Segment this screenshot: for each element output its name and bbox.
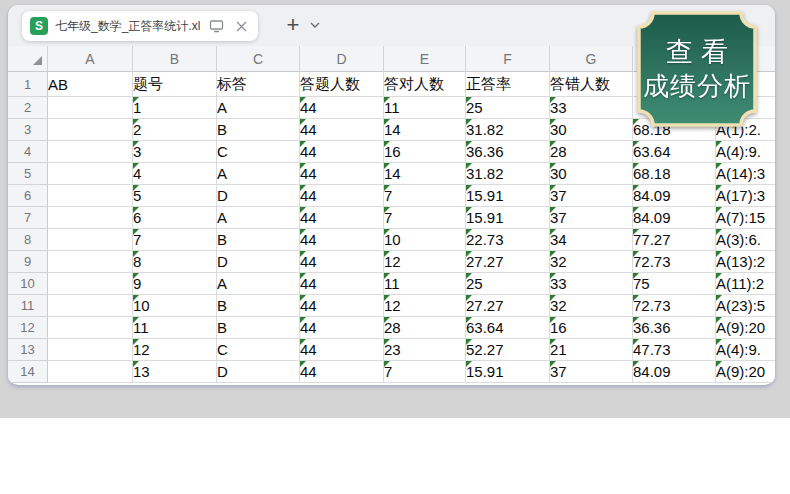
- cell-B14[interactable]: 13: [133, 361, 217, 383]
- cell-D10[interactable]: 44: [300, 273, 384, 295]
- cell-A11[interactable]: [48, 295, 133, 317]
- cell-D11[interactable]: 44: [300, 295, 384, 317]
- row-number-2[interactable]: 2: [8, 97, 48, 119]
- cell-H4[interactable]: 63.64: [633, 141, 716, 163]
- cell-F13[interactable]: 52.27: [466, 339, 550, 361]
- cell-C3[interactable]: B: [217, 119, 300, 141]
- cell-C9[interactable]: D: [217, 251, 300, 273]
- row-number-14[interactable]: 14: [8, 361, 48, 383]
- cell-I11[interactable]: A(23):5: [716, 295, 775, 317]
- cell-H8[interactable]: 77.27: [633, 229, 716, 251]
- cell-A1[interactable]: AB: [48, 72, 133, 97]
- cell-F1[interactable]: 正答率: [466, 72, 550, 97]
- cell-G6[interactable]: 37: [550, 185, 633, 207]
- cell-I8[interactable]: A(3):6.: [716, 229, 775, 251]
- cell-E4[interactable]: 16: [384, 141, 466, 163]
- cell-C12[interactable]: B: [217, 317, 300, 339]
- cell-D3[interactable]: 44: [300, 119, 384, 141]
- cell-D4[interactable]: 44: [300, 141, 384, 163]
- cell-A2[interactable]: [48, 97, 133, 119]
- row-number-12[interactable]: 12: [8, 317, 48, 339]
- cell-H13[interactable]: 47.73: [633, 339, 716, 361]
- cell-D8[interactable]: 44: [300, 229, 384, 251]
- cell-H5[interactable]: 68.18: [633, 163, 716, 185]
- cell-E9[interactable]: 12: [384, 251, 466, 273]
- column-header-G[interactable]: G: [550, 46, 633, 72]
- cell-B2[interactable]: 1: [133, 97, 217, 119]
- cell-B3[interactable]: 2: [133, 119, 217, 141]
- cell-F11[interactable]: 27.27: [466, 295, 550, 317]
- cell-B13[interactable]: 12: [133, 339, 217, 361]
- cell-C11[interactable]: B: [217, 295, 300, 317]
- row-number-11[interactable]: 11: [8, 295, 48, 317]
- cell-D6[interactable]: 44: [300, 185, 384, 207]
- cell-D9[interactable]: 44: [300, 251, 384, 273]
- cell-H11[interactable]: 72.73: [633, 295, 716, 317]
- cell-G12[interactable]: 16: [550, 317, 633, 339]
- cell-C1[interactable]: 标答: [217, 72, 300, 97]
- cell-I14[interactable]: A(9):20: [716, 361, 775, 383]
- cell-H12[interactable]: 36.36: [633, 317, 716, 339]
- cell-A8[interactable]: [48, 229, 133, 251]
- cell-D2[interactable]: 44: [300, 97, 384, 119]
- cell-E6[interactable]: 7: [384, 185, 466, 207]
- cell-H6[interactable]: 84.09: [633, 185, 716, 207]
- cell-D13[interactable]: 44: [300, 339, 384, 361]
- cell-I10[interactable]: A(11):2: [716, 273, 775, 295]
- cell-B9[interactable]: 8: [133, 251, 217, 273]
- cell-C6[interactable]: D: [217, 185, 300, 207]
- cell-C10[interactable]: A: [217, 273, 300, 295]
- cell-B6[interactable]: 5: [133, 185, 217, 207]
- cell-A7[interactable]: [48, 207, 133, 229]
- cell-F8[interactable]: 22.73: [466, 229, 550, 251]
- cell-G7[interactable]: 37: [550, 207, 633, 229]
- cell-B11[interactable]: 10: [133, 295, 217, 317]
- row-number-4[interactable]: 4: [8, 141, 48, 163]
- cell-I6[interactable]: A(17):3: [716, 185, 775, 207]
- cell-C8[interactable]: B: [217, 229, 300, 251]
- cell-G4[interactable]: 28: [550, 141, 633, 163]
- cell-I9[interactable]: A(13):2: [716, 251, 775, 273]
- cell-H9[interactable]: 72.73: [633, 251, 716, 273]
- cell-F10[interactable]: 25: [466, 273, 550, 295]
- cell-E7[interactable]: 7: [384, 207, 466, 229]
- cell-E1[interactable]: 答对人数: [384, 72, 466, 97]
- cell-A4[interactable]: [48, 141, 133, 163]
- cell-B7[interactable]: 6: [133, 207, 217, 229]
- cell-F3[interactable]: 31.82: [466, 119, 550, 141]
- view-score-analysis-button[interactable]: 查看 成绩分析: [625, 9, 769, 129]
- cell-E11[interactable]: 12: [384, 295, 466, 317]
- cell-G1[interactable]: 答错人数: [550, 72, 633, 97]
- cell-E10[interactable]: 11: [384, 273, 466, 295]
- cell-C14[interactable]: D: [217, 361, 300, 383]
- cell-F6[interactable]: 15.91: [466, 185, 550, 207]
- cell-G9[interactable]: 32: [550, 251, 633, 273]
- cell-C7[interactable]: A: [217, 207, 300, 229]
- cell-B1[interactable]: 题号: [133, 72, 217, 97]
- cell-B4[interactable]: 3: [133, 141, 217, 163]
- cell-A12[interactable]: [48, 317, 133, 339]
- close-tab-icon[interactable]: [232, 17, 250, 35]
- column-header-A[interactable]: A: [48, 46, 133, 72]
- cell-C5[interactable]: A: [217, 163, 300, 185]
- cell-A3[interactable]: [48, 119, 133, 141]
- select-all-corner[interactable]: [8, 46, 48, 72]
- column-header-D[interactable]: D: [300, 46, 384, 72]
- cell-E2[interactable]: 11: [384, 97, 466, 119]
- cell-G5[interactable]: 30: [550, 163, 633, 185]
- cell-E13[interactable]: 23: [384, 339, 466, 361]
- cell-G14[interactable]: 37: [550, 361, 633, 383]
- column-header-F[interactable]: F: [466, 46, 550, 72]
- cell-E8[interactable]: 10: [384, 229, 466, 251]
- row-number-7[interactable]: 7: [8, 207, 48, 229]
- cell-H10[interactable]: 75: [633, 273, 716, 295]
- column-header-E[interactable]: E: [384, 46, 466, 72]
- cell-D14[interactable]: 44: [300, 361, 384, 383]
- cell-F7[interactable]: 15.91: [466, 207, 550, 229]
- cell-F4[interactable]: 36.36: [466, 141, 550, 163]
- cell-B10[interactable]: 9: [133, 273, 217, 295]
- cell-F2[interactable]: 25: [466, 97, 550, 119]
- cell-D5[interactable]: 44: [300, 163, 384, 185]
- cell-C4[interactable]: C: [217, 141, 300, 163]
- cell-I4[interactable]: A(4):9.: [716, 141, 775, 163]
